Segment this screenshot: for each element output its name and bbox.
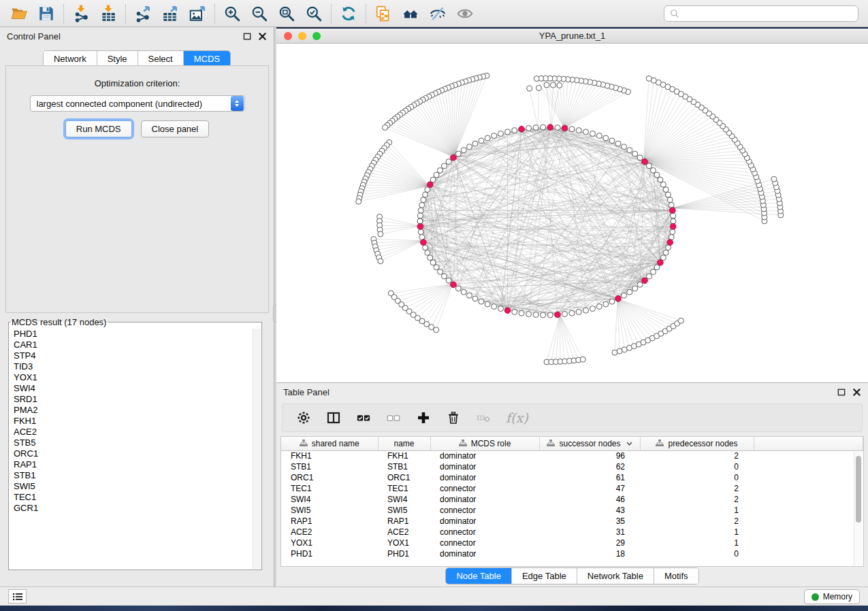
cell-successor-nodes[interactable]: 35 [539,516,640,527]
network-node[interactable] [485,135,490,141]
cell-mcds-role[interactable]: dominator [430,461,539,472]
network-node[interactable] [650,269,656,275]
network-node[interactable] [658,177,663,182]
mcds-result-item[interactable]: GCR1 [10,503,253,514]
delete-column-icon[interactable] [446,410,461,425]
split-panel-icon[interactable] [326,410,341,425]
network-node[interactable] [438,269,443,275]
table-row[interactable]: YOX1YOX1connector291 [281,538,863,548]
network-node[interactable] [423,245,428,250]
cell-successor-nodes[interactable]: 61 [539,472,640,483]
cell-predecessor-nodes[interactable]: 0 [640,548,754,559]
dominator-node[interactable] [451,154,457,161]
import-network-icon[interactable] [67,3,95,24]
network-node[interactable] [446,278,451,283]
table-row[interactable]: ORC1ORC1dominator610 [281,472,863,483]
cell-successor-nodes[interactable]: 43 [539,505,640,516]
table-tab-edge-table[interactable]: Edge Table [512,568,577,584]
network-node[interactable] [670,229,675,235]
cell-shared-name[interactable]: ORC1 [281,472,378,483]
network-node[interactable] [609,299,615,304]
first-neighbors-icon[interactable] [397,3,424,24]
cell-shared-name[interactable]: SWI5 [281,505,378,516]
cell-shared-name[interactable]: RAP1 [281,516,378,527]
network-node[interactable] [536,85,541,90]
network-node[interactable] [533,312,539,317]
dominator-node[interactable] [417,223,423,229]
network-node[interactable] [771,176,777,182]
close-panel-icon[interactable] [258,32,267,41]
network-node[interactable] [472,296,478,301]
network-node[interactable] [512,128,517,133]
network-node[interactable] [417,218,423,224]
show-all-icon[interactable] [451,3,479,24]
network-node[interactable] [534,76,539,82]
cell-mcds-role[interactable]: dominator [430,472,539,483]
network-node[interactable] [569,127,575,132]
mcds-result-item[interactable]: FKH1 [10,416,253,427]
network-titlebar[interactable]: YPA_prune.txt_1 [276,29,868,44]
network-node[interactable] [547,312,553,318]
network-node[interactable] [423,192,428,197]
network-node[interactable] [622,144,627,150]
add-column-icon[interactable] [416,410,431,425]
network-node[interactable] [671,213,676,218]
network-node[interactable] [583,308,588,313]
select-all-icon[interactable] [356,410,371,425]
mcds-result-item[interactable]: YOX1 [10,372,253,383]
dominator-node[interactable] [670,223,676,229]
network-node[interactable] [434,327,439,333]
export-image-icon[interactable] [184,3,211,24]
cell-name[interactable]: STB1 [378,461,430,472]
cell-mcds-role[interactable]: connector [430,505,539,516]
export-table-icon[interactable] [157,3,184,24]
network-node[interactable] [580,357,585,362]
network-node[interactable] [434,172,439,178]
network-node[interactable] [498,131,504,136]
network-canvas[interactable] [276,44,868,382]
table-row[interactable]: ACE2ACE2connector311 [281,527,863,538]
column-header-successor-nodes[interactable]: successor nodes [539,437,640,450]
mcds-result-item[interactable]: SRD1 [10,394,253,405]
tab-style[interactable]: Style [97,51,138,67]
network-node[interactable] [466,293,472,298]
network-node[interactable] [421,197,426,203]
network-node[interactable] [603,301,609,307]
table-row[interactable]: PHD1PHD1dominator180 [281,548,863,559]
column-header-predecessor-nodes[interactable]: predecessor nodes [640,437,754,450]
cell-mcds-role[interactable]: connector [430,483,539,494]
cell-successor-nodes[interactable]: 62 [539,461,640,472]
list-scrollbar[interactable] [253,329,261,569]
dominator-node[interactable] [642,159,648,165]
network-node[interactable] [557,82,562,88]
network-node[interactable] [562,312,567,317]
network-node[interactable] [455,286,461,291]
zoom-fit-icon[interactable] [273,3,300,24]
network-node[interactable] [418,229,423,235]
mcds-result-item[interactable]: SWI4 [10,383,253,394]
cell-predecessor-nodes[interactable]: 2 [640,516,754,527]
dominator-node[interactable] [451,282,457,288]
refresh-view-icon[interactable] [335,3,362,24]
table-settings-icon[interactable] [296,410,311,425]
dominator-node[interactable] [547,125,553,131]
tab-mcds[interactable]: MCDS [184,51,230,67]
network-node[interactable] [378,259,383,264]
dominator-node[interactable] [504,308,511,314]
table-row[interactable]: TEC1TEC1connector472 [281,483,863,494]
network-node[interactable] [383,125,388,130]
dominator-node[interactable] [667,240,673,246]
zoom-out-icon[interactable] [246,3,273,24]
network-node[interactable] [356,199,361,204]
cell-name[interactable]: FKH1 [378,450,430,461]
cell-name[interactable]: YOX1 [378,538,430,548]
cell-predecessor-nodes[interactable]: 0 [640,461,754,472]
network-node[interactable] [654,172,660,178]
cell-name[interactable]: SWI4 [378,494,430,505]
network-node[interactable] [527,86,532,91]
network-node[interactable] [419,202,425,208]
column-header-mcds-role[interactable]: MCDS role [430,437,539,450]
mcds-result-item[interactable]: STB5 [10,437,253,448]
network-node[interactable] [472,141,478,146]
float-panel-icon[interactable] [243,32,252,41]
